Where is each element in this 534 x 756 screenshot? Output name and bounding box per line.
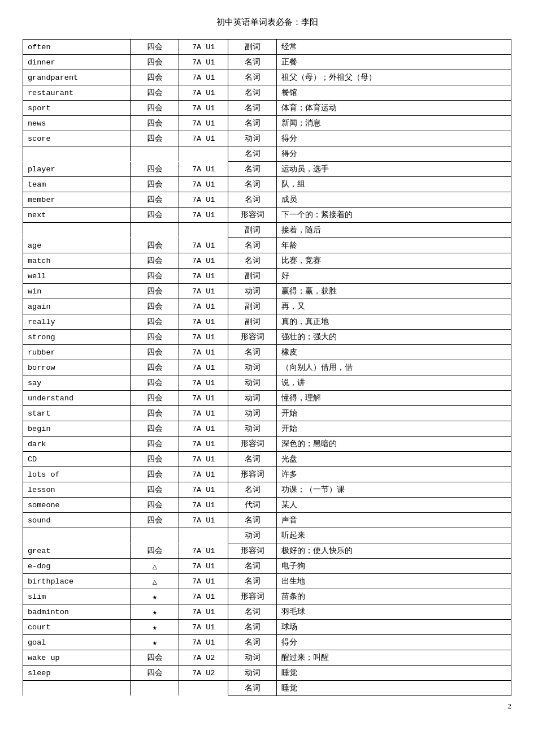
table-row: sport四会7A U1名词体育；体育运动 [23,101,511,116]
table-row: restaurant四会7A U1名词餐馆 [23,85,511,101]
table-row: say四会7A U1动词说，讲 [23,375,511,391]
table-row: again四会7A U1副词再，又 [23,299,511,314]
table-row: great四会7A U1形容词极好的；使人快乐的 [23,543,511,559]
table-row: age四会7A U1名词年龄 [23,238,511,253]
table-row: birthplace△7A U1名词出生地 [23,574,511,589]
table-row: lots of四会7A U1形容词许多 [23,467,511,482]
table-row: really四会7A U1副词真的，真正地 [23,314,511,330]
table-row: understand四会7A U1动词懂得，理解 [23,391,511,406]
table-row: dark四会7A U1形容词深色的；黑暗的 [23,437,511,452]
table-row: sound四会7A U1名词声音 [23,513,511,528]
table-row: next四会7A U1形容词下一个的；紧接着的 [23,208,511,223]
table-row: someone四会7A U1代词某人 [23,498,511,513]
table-row: wake up四会7A U2动词醒过来；叫醒 [23,650,511,666]
page-number: 2 [23,702,511,711]
table-row: team四会7A U1名词队，组 [23,177,511,192]
table-row: goal★7A U1名词得分 [23,635,511,650]
table-row: begin四会7A U1动词开始 [23,421,511,437]
table-row: lesson四会7A U1名词功课；（一节）课 [23,482,511,498]
vocabulary-table: often四会7A U1副词经常dinner四会7A U1名词正餐grandpa… [23,39,511,696]
table-row: e-dog△7A U1名词电子狗 [23,559,511,574]
table-row: sleep四会7A U2动词睡觉 [23,666,511,681]
table-row: 名词睡觉 [23,681,511,696]
table-row: rubber四会7A U1名词橡皮 [23,345,511,360]
table-row: grandparent四会7A U1名词祖父（母）；外祖父（母） [23,70,511,85]
table-row: news四会7A U1名词新闻；消息 [23,116,511,131]
table-row: badminton★7A U1名词羽毛球 [23,604,511,620]
table-row: strong四会7A U1形容词强壮的；强大的 [23,330,511,345]
table-row: borrow四会7A U1动词（向别人）借用，借 [23,360,511,375]
table-row: score四会7A U1动词得分 [23,131,511,146]
table-row: CD四会7A U1名词光盘 [23,452,511,467]
table-row: slim★7A U1形容词苗条的 [23,589,511,604]
table-row: dinner四会7A U1名词正餐 [23,55,511,70]
table-row: member四会7A U1名词成员 [23,192,511,208]
table-row: 动词听起来 [23,528,511,543]
table-row: often四会7A U1副词经常 [23,40,511,55]
table-row: match四会7A U1名词比赛，竞赛 [23,253,511,269]
table-row: player四会7A U1名词运动员，选手 [23,162,511,177]
table-row: well四会7A U1副词好 [23,269,511,284]
table-row: start四会7A U1动词开始 [23,406,511,421]
table-row: 副词接着，随后 [23,223,511,238]
table-row: court★7A U1名词球场 [23,620,511,635]
page-title: 初中英语单词表必备：李阳 [23,17,511,28]
table-row: win四会7A U1动词赢得；赢，获胜 [23,284,511,299]
table-row: 名词得分 [23,146,511,162]
